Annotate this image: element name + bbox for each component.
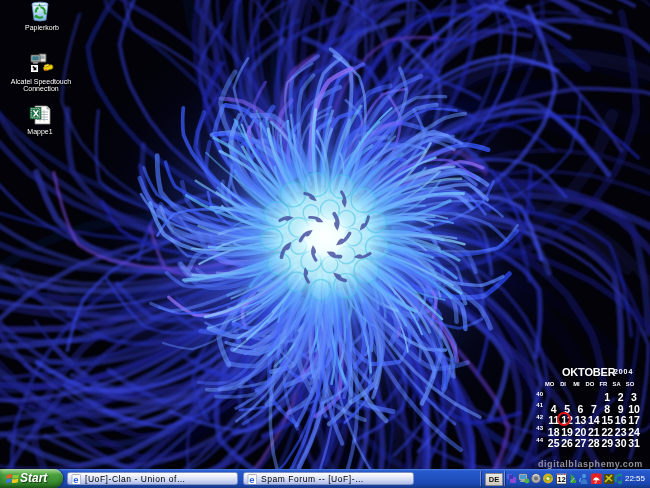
svg-text:12: 12	[557, 475, 565, 484]
svg-text:e: e	[73, 474, 79, 485]
svg-text:e: e	[249, 474, 255, 485]
